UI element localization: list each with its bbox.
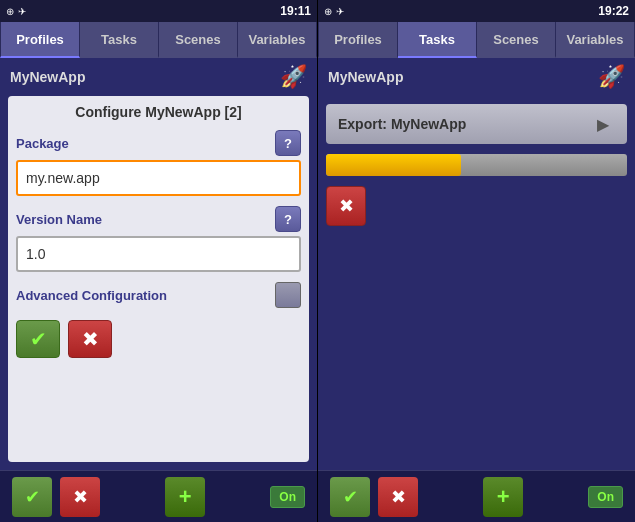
left-tab-scenes[interactable]: Scenes	[159, 22, 238, 58]
cancel-export-icon: ✖	[339, 195, 354, 217]
left-content: MyNewApp 🚀 Configure MyNewApp [2] Packag…	[0, 58, 317, 470]
bottom-cross-icon: ✖	[73, 486, 88, 508]
left-tab-tasks[interactable]: Tasks	[80, 22, 159, 58]
right-tab-tasks[interactable]: Tasks	[398, 22, 477, 58]
right-usb-icon: ⊕	[324, 6, 332, 17]
package-help-button[interactable]: ?	[275, 130, 301, 156]
left-bottom-add-button[interactable]: +	[165, 477, 205, 517]
package-row: Package ?	[16, 130, 301, 156]
configure-action-buttons: ✔ ✖	[16, 320, 301, 358]
right-status-bar: ⊕ ✈ 19:22	[318, 0, 635, 22]
right-airplane-icon: ✈	[336, 6, 344, 17]
advanced-label: Advanced Configuration	[16, 288, 167, 303]
left-bottom-cross-button[interactable]: ✖	[60, 477, 100, 517]
left-app-header: MyNewApp 🚀	[0, 58, 317, 96]
version-row: Version Name ?	[16, 206, 301, 232]
left-rocket-icon: 🚀	[280, 64, 307, 90]
right-tab-bar: Profiles Tasks Scenes Variables	[318, 22, 635, 58]
left-panel: ⊕ ✈ 19:11 Profiles Tasks Scenes Variable…	[0, 0, 317, 522]
package-input[interactable]	[16, 160, 301, 196]
left-bottom-actions: ✔ ✖	[12, 477, 100, 517]
right-bottom-add-button[interactable]: +	[483, 477, 523, 517]
left-bottom-check-button[interactable]: ✔	[12, 477, 52, 517]
left-app-title: MyNewApp	[10, 69, 85, 85]
right-on-badge: On	[588, 486, 623, 508]
right-bottom-cross-icon: ✖	[391, 486, 406, 508]
usb-icon: ⊕	[6, 6, 14, 17]
left-on-badge: On	[270, 486, 305, 508]
left-tab-bar: Profiles Tasks Scenes Variables	[0, 22, 317, 58]
version-input[interactable]	[16, 236, 301, 272]
progress-bar-container	[326, 154, 627, 176]
right-bottom-bar: ✔ ✖ + On	[318, 470, 635, 522]
version-help-button[interactable]: ?	[275, 206, 301, 232]
configure-cancel-button[interactable]: ✖	[68, 320, 112, 358]
cross-icon: ✖	[82, 327, 99, 351]
left-bottom-bar: ✔ ✖ + On	[0, 470, 317, 522]
right-panel: ⊕ ✈ 19:22 Profiles Tasks Scenes Variable…	[317, 0, 635, 522]
configure-panel: Configure MyNewApp [2] Package ? Version…	[8, 96, 309, 462]
progress-bar-fill	[326, 154, 461, 176]
right-bottom-check-icon: ✔	[343, 486, 358, 508]
configure-confirm-button[interactable]: ✔	[16, 320, 60, 358]
right-tab-variables[interactable]: Variables	[556, 22, 635, 58]
right-tab-scenes[interactable]: Scenes	[477, 22, 556, 58]
right-content-inner: Export: MyNewApp ▶ ✖	[318, 96, 635, 234]
right-bottom-check-button[interactable]: ✔	[330, 477, 370, 517]
version-label: Version Name	[16, 212, 102, 227]
play-button[interactable]: ▶	[591, 112, 615, 136]
advanced-row: Advanced Configuration	[16, 282, 301, 308]
right-bottom-actions: ✔ ✖	[330, 477, 418, 517]
right-tab-profiles[interactable]: Profiles	[318, 22, 398, 58]
cancel-export-button[interactable]: ✖	[326, 186, 366, 226]
right-app-header: MyNewApp 🚀	[318, 58, 635, 96]
right-rocket-icon: 🚀	[598, 64, 625, 90]
plus-icon: +	[179, 484, 192, 510]
configure-title: Configure MyNewApp [2]	[16, 104, 301, 120]
check-icon: ✔	[30, 327, 47, 351]
left-tab-variables[interactable]: Variables	[238, 22, 317, 58]
right-status-left-icons: ⊕ ✈	[324, 6, 344, 17]
bottom-check-icon: ✔	[25, 486, 40, 508]
left-tab-profiles[interactable]: Profiles	[0, 22, 80, 58]
right-content: MyNewApp 🚀 Export: MyNewApp ▶ ✖	[318, 58, 635, 470]
left-status-left-icons: ⊕ ✈	[6, 6, 26, 17]
advanced-checkbox[interactable]	[275, 282, 301, 308]
airplane-icon: ✈	[18, 6, 26, 17]
left-time: 19:11	[280, 4, 311, 18]
export-label: Export: MyNewApp	[338, 116, 466, 132]
right-plus-icon: +	[497, 484, 510, 510]
right-app-title: MyNewApp	[328, 69, 403, 85]
right-bottom-cross-button[interactable]: ✖	[378, 477, 418, 517]
package-label: Package	[16, 136, 69, 151]
right-time: 19:22	[598, 4, 629, 18]
left-status-bar: ⊕ ✈ 19:11	[0, 0, 317, 22]
export-row: Export: MyNewApp ▶	[326, 104, 627, 144]
play-icon: ▶	[597, 115, 609, 134]
